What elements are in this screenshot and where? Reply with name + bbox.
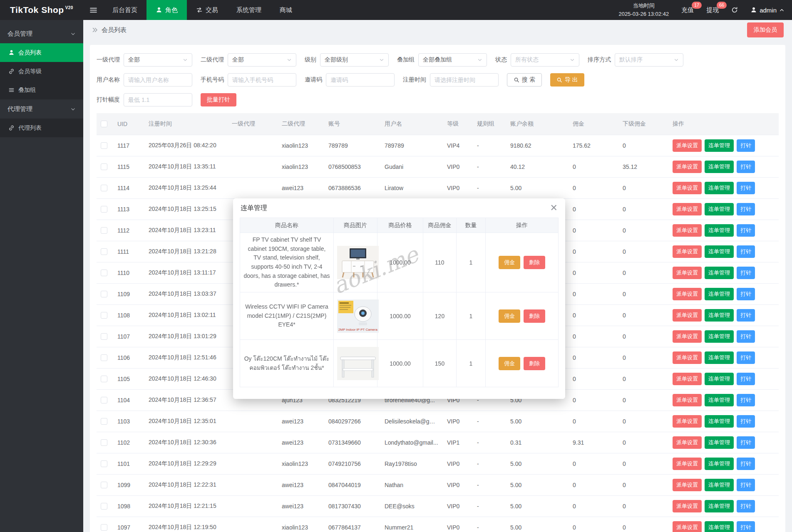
inject-range-input[interactable] [124,93,192,106]
inject-button[interactable]: 打针 [737,351,755,364]
filter-select-agent-level2[interactable]: 全部 [228,53,296,67]
row-checkbox[interactable] [101,397,107,403]
withdraw-link[interactable]: 提现 66 [706,6,719,14]
chain-order-manage-button[interactable]: 连单管理 [705,373,734,385]
sidebar-item-agent-list[interactable]: 代理列表 [0,119,83,137]
filter-input-username[interactable] [124,73,192,87]
row-checkbox[interactable] [101,354,107,361]
dispatch-settings-button[interactable]: 派单设置 [673,245,702,258]
filter-input-invite-code[interactable] [326,73,395,87]
row-checkbox[interactable] [101,333,107,340]
row-checkbox[interactable] [101,376,107,382]
row-checkbox[interactable] [101,185,107,191]
recharge-link[interactable]: 充值 17 [681,6,694,14]
filter-select-level[interactable]: 全部级别 [320,53,389,67]
inject-button[interactable]: 打针 [737,288,755,300]
inject-button[interactable]: 打针 [737,479,755,491]
inject-button[interactable]: 打针 [737,182,755,194]
commission-button[interactable]: 佣金 [499,256,520,269]
add-member-button[interactable]: 添加会员 [747,22,784,37]
chain-order-manage-button[interactable]: 连单管理 [705,309,734,322]
dispatch-settings-button[interactable]: 派单设置 [673,139,702,152]
filter-select-status[interactable]: 所有状态 [511,53,579,67]
topnav-item-trade[interactable]: 交易 [187,0,227,20]
dispatch-settings-button[interactable]: 派单设置 [673,415,702,428]
dispatch-settings-button[interactable]: 派单设置 [673,224,702,237]
search-button[interactable]: 搜 索 [507,73,542,87]
inject-button[interactable]: 打针 [737,521,755,532]
refresh-button[interactable] [731,7,738,13]
dispatch-settings-button[interactable]: 派单设置 [673,521,702,532]
dispatch-settings-button[interactable]: 派单设置 [673,351,702,364]
chain-order-manage-button[interactable]: 连单管理 [705,267,734,279]
dispatch-settings-button[interactable]: 派单设置 [673,500,702,512]
row-checkbox[interactable] [101,291,107,297]
inject-button[interactable]: 打针 [737,394,755,406]
chain-order-manage-button[interactable]: 连单管理 [705,394,734,406]
inject-button[interactable]: 打针 [737,500,755,512]
row-checkbox[interactable] [101,439,107,446]
chain-order-manage-button[interactable]: 连单管理 [705,500,734,512]
dispatch-settings-button[interactable]: 派单设置 [673,182,702,194]
inject-button[interactable]: 打针 [737,267,755,279]
row-checkbox[interactable] [101,503,107,510]
row-checkbox[interactable] [101,206,107,213]
row-checkbox[interactable] [101,142,107,149]
inject-button[interactable]: 打针 [737,415,755,428]
inject-button[interactable]: 打针 [737,330,755,343]
dispatch-settings-button[interactable]: 派单设置 [673,330,702,343]
chain-order-manage-button[interactable]: 连单管理 [705,415,734,428]
chain-order-manage-button[interactable]: 连单管理 [705,245,734,258]
filter-select-sort[interactable]: 默认排序 [615,53,683,67]
row-checkbox[interactable] [101,460,107,467]
topnav-item-roles[interactable]: 角色 [146,0,187,20]
chain-order-manage-button[interactable]: 连单管理 [705,224,734,237]
inject-button[interactable]: 打针 [737,458,755,470]
filter-input-reg-time[interactable] [430,73,499,87]
row-checkbox[interactable] [101,227,107,234]
row-checkbox[interactable] [101,270,107,276]
inject-button[interactable]: 打针 [737,245,755,258]
commission-button[interactable]: 佣金 [499,309,520,323]
row-checkbox[interactable] [101,163,107,170]
chain-order-manage-button[interactable]: 连单管理 [705,288,734,300]
dispatch-settings-button[interactable]: 派单设置 [673,267,702,279]
inject-button[interactable]: 打针 [737,309,755,322]
user-menu[interactable]: admin [750,7,785,14]
select-all-checkbox[interactable] [101,121,107,127]
inject-button[interactable]: 打针 [737,139,755,152]
delete-button[interactable]: 删除 [524,256,545,269]
chain-order-manage-button[interactable]: 连单管理 [705,161,734,173]
topnav-item-system[interactable]: 系统管理 [227,0,271,20]
chain-order-manage-button[interactable]: 连单管理 [705,330,734,343]
delete-button[interactable]: 删除 [524,357,545,370]
delete-button[interactable]: 删除 [524,309,545,323]
sidebar-item-member-level[interactable]: 会员等级 [0,62,83,81]
dispatch-settings-button[interactable]: 派单设置 [673,203,702,215]
chain-order-manage-button[interactable]: 连单管理 [705,521,734,532]
chain-order-manage-button[interactable]: 连单管理 [705,139,734,152]
inject-button[interactable]: 打针 [737,224,755,237]
close-icon[interactable]: ✕ [550,203,558,213]
dispatch-settings-button[interactable]: 派单设置 [673,288,702,300]
chain-order-manage-button[interactable]: 连单管理 [705,351,734,364]
topnav-item-mall[interactable]: 商城 [271,0,301,20]
row-checkbox[interactable] [101,312,107,319]
row-checkbox[interactable] [101,482,107,488]
chain-order-manage-button[interactable]: 连单管理 [705,182,734,194]
chain-order-manage-button[interactable]: 连单管理 [705,458,734,470]
dispatch-settings-button[interactable]: 派单设置 [673,161,702,173]
sidebar-item-member-list[interactable]: 会员列表 [0,43,83,62]
dispatch-settings-button[interactable]: 派单设置 [673,458,702,470]
commission-button[interactable]: 佣金 [499,357,520,370]
inject-button[interactable]: 打针 [737,161,755,173]
row-checkbox[interactable] [101,248,107,255]
dispatch-settings-button[interactable]: 派单设置 [673,309,702,322]
sidebar-item-overlay-group[interactable]: 叠加组 [0,81,83,99]
sidebar-collapse-button[interactable] [83,0,103,20]
row-checkbox[interactable] [101,418,107,425]
inject-button[interactable]: 打针 [737,436,755,449]
filter-input-phone[interactable] [228,73,296,87]
dispatch-settings-button[interactable]: 派单设置 [673,394,702,406]
chain-order-manage-button[interactable]: 连单管理 [705,479,734,491]
